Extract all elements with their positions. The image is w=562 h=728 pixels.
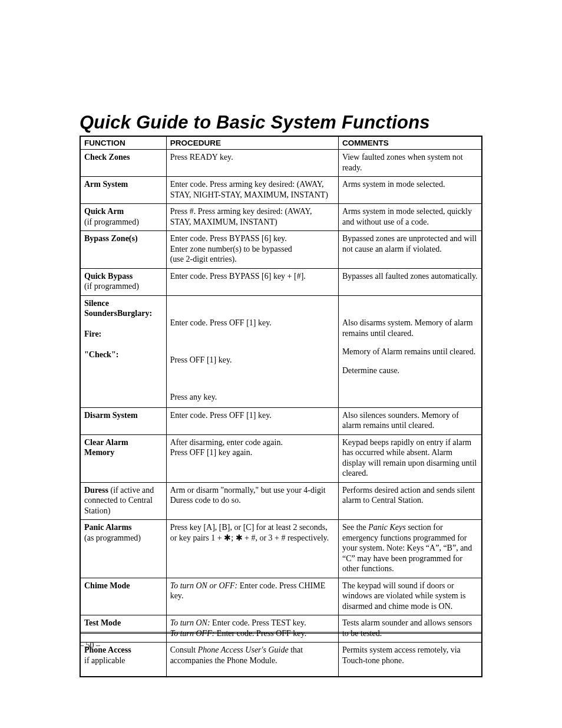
cell-procedure: Enter code. Press BYPASS [6] key + [#]. [166,268,338,295]
cell-comments: Keypad beeps rapidly on entry if alarm h… [338,434,482,482]
cell-function: Duress (if active and connected to Centr… [80,482,166,520]
footer-rule [80,632,482,634]
cell-function: Chime Mode [80,578,166,615]
cell-comments: Tests alarm sounder and allows sensors t… [338,615,482,643]
cell-comments: Performs desired action and sends silent… [338,482,482,520]
table-row: Quick Arm(if programmed)Press #. Press a… [80,204,482,231]
cell-comments: View faulted zones when system not ready… [338,150,482,177]
cell-function: Test Mode [80,615,166,643]
table-row: Quick Bypass(if programmed)Enter code. P… [80,268,482,295]
cell-function: Clear AlarmMemory [80,434,166,482]
cell-function: Disarm System [80,407,166,434]
cell-comments: The keypad will sound if doors or window… [338,578,482,615]
table-row: Chime ModeTo turn ON or OFF: Enter code.… [80,578,482,615]
page-number: – 50 – [80,641,100,650]
table-row: Silence SoundersBurglary:Fire:"Check": E… [80,295,482,407]
cell-comments: Arms system in mode selected. [338,177,482,204]
table-row: Bypass Zone(s)Enter code. Press BYPASS [… [80,231,482,269]
table-header-row: FUNCTION PROCEDURE COMMENTS [80,136,482,150]
table-row: Arm SystemEnter code. Press arming key d… [80,177,482,204]
cell-function: Quick Arm(if programmed) [80,204,166,231]
header-comments: COMMENTS [338,136,482,150]
cell-comments: See the Panic Keys section for emergency… [338,520,482,578]
cell-procedure: Enter code. Press BYPASS [6] key.Enter z… [166,231,338,269]
header-procedure: PROCEDURE [166,136,338,150]
cell-comments: Bypassed zones are unprotected and will … [338,231,482,269]
table-row: Disarm SystemEnter code. Press OFF [1] k… [80,407,482,434]
table-row: Check ZonesPress READY key.View faulted … [80,150,482,177]
functions-table: FUNCTION PROCEDURE COMMENTS Check ZonesP… [80,136,482,677]
table-row: Duress (if active and connected to Centr… [80,482,482,520]
cell-function: Check Zones [80,150,166,177]
page-title: Quick Guide to Basic System Functions [80,112,482,133]
cell-procedure: To turn ON or OFF: Enter code. Press CHI… [166,578,338,615]
cell-function: Bypass Zone(s) [80,231,166,269]
cell-comments: Arms system in mode selected, quickly an… [338,204,482,231]
cell-function: Silence SoundersBurglary:Fire:"Check": [80,295,166,407]
cell-procedure: Consult Phone Access User's Guide that a… [166,643,338,677]
cell-comments: Bypasses all faulted zones automatically… [338,268,482,295]
document-page: Quick Guide to Basic System Functions FU… [0,0,562,728]
cell-procedure: To turn ON: Enter code. Press TEST key.T… [166,615,338,643]
table-row: Panic Alarms(as programmed)Press key [A]… [80,520,482,578]
cell-procedure: Enter code. Press OFF [1] key. [166,407,338,434]
cell-procedure: Enter code. Press arming key desired: (A… [166,177,338,204]
header-function: FUNCTION [80,136,166,150]
cell-comments: Permits system access remotely, via Touc… [338,643,482,677]
cell-comments: Also silences sounders. Memory of alarm … [338,407,482,434]
cell-procedure: Press #. Press arming key desired: (AWAY… [166,204,338,231]
table-row: Test ModeTo turn ON: Enter code. Press T… [80,615,482,643]
table-row: Phone Accessif applicableConsult Phone A… [80,643,482,677]
table-row: Clear AlarmMemoryAfter disarming, enter … [80,434,482,482]
cell-procedure: Press READY key. [166,150,338,177]
cell-procedure: Arm or disarm "normally," but use your 4… [166,482,338,520]
cell-procedure: Press key [A], [B], or [C] for at least … [166,520,338,578]
cell-procedure: After disarming, enter code again.Press … [166,434,338,482]
cell-comments: Also disarms system. Memory of alarm rem… [338,295,482,407]
cell-function: Arm System [80,177,166,204]
cell-function: Quick Bypass(if programmed) [80,268,166,295]
cell-procedure: Enter code. Press OFF [1] key. Press OFF… [166,295,338,407]
cell-function: Panic Alarms(as programmed) [80,520,166,578]
